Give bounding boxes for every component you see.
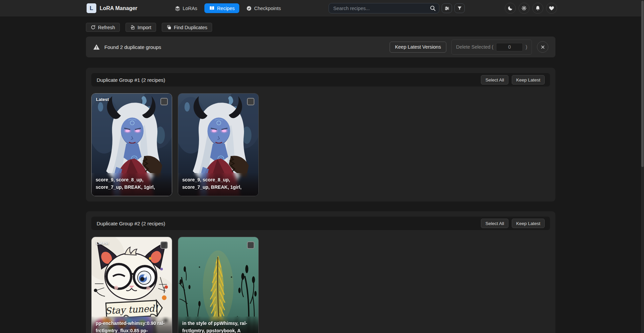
layers-icon [175, 6, 180, 11]
find-duplicates-label: Find Duplicates [174, 25, 207, 30]
check-circle-icon [246, 6, 252, 11]
recipe-card[interactable]: score_9, score_8_up, score_7_up, BREAK, … [178, 93, 259, 196]
recipe-select-checkbox[interactable] [247, 241, 254, 249]
main-content: Refresh Import Find Duplicates Found 2 d… [86, 23, 555, 333]
refresh-button[interactable]: Refresh [86, 23, 120, 32]
alert-message-wrap: Found 2 duplicate groups [93, 44, 161, 51]
group-title: Duplicate Group #1 (2 recipes) [97, 77, 165, 83]
duplicate-icon [166, 25, 171, 30]
recipe-select-checkbox[interactable] [160, 98, 168, 105]
caption-line: score_7_up, BREAK, 1girl, [96, 183, 168, 191]
dismiss-alert-button[interactable] [537, 41, 548, 53]
sliders-icon [444, 6, 450, 11]
duplicate-group-1: Duplicate Group #1 (2 recipes) Select Al… [86, 68, 555, 202]
top-navbar: L LoRA Manager LoRAs Recipes Checkpoints [0, 0, 644, 16]
group-actions: Select All Keep Latest [481, 75, 545, 85]
delete-selected-count-input[interactable] [496, 43, 523, 51]
moon-icon [507, 5, 513, 11]
delete-selected-suffix: ) [526, 44, 527, 50]
app-logo: L [87, 3, 96, 13]
find-duplicates-button[interactable]: Find Duplicates [162, 23, 212, 32]
search-input[interactable] [329, 3, 439, 13]
caption-line: score_7_up, BREAK, 1girl, [182, 183, 254, 191]
duplicate-group-2: Duplicate Group #2 (2 recipes) Select Al… [86, 211, 555, 333]
recipe-caption: pp-enchanted-whimsy:0.90 ral- frctlgmtry… [92, 317, 172, 333]
search-settings-button[interactable] [442, 3, 452, 13]
nav-tab-label: Checkpoints [254, 6, 281, 11]
toolbar: Refresh Import Find Duplicates [86, 23, 555, 32]
open-book-icon [209, 5, 215, 11]
recipe-caption: score_9, score_8_up, score_7_up, BREAK, … [92, 173, 172, 196]
app-title: LoRA Manager [100, 5, 137, 11]
gear-icon [521, 5, 527, 11]
group-title: Duplicate Group #2 (2 recipes) [97, 221, 165, 226]
brand: L LoRA Manager [87, 3, 137, 13]
search-icon[interactable] [430, 5, 436, 11]
warning-icon [93, 44, 100, 51]
latest-badge: Latest [96, 97, 109, 102]
theme-toggle-button[interactable] [505, 3, 516, 14]
caption-line: in the style of ppWhimsy, ral- [182, 320, 254, 327]
alert-actions: Keep Latest Versions Delete Selected ( ) [390, 40, 548, 55]
delete-selected-label: Delete Selected ( [456, 44, 493, 50]
group-header: Duplicate Group #1 (2 recipes) Select Al… [91, 73, 550, 87]
recipe-caption: in the style of ppWhimsy, ral- frctlgmtr… [178, 317, 258, 333]
recipe-caption: score_9, score_8_up, score_7_up, BREAK, … [178, 173, 258, 196]
duplicates-alert-banner: Found 2 duplicate groups Keep Latest Ver… [86, 37, 555, 57]
group-header: Duplicate Group #2 (2 recipes) Select Al… [91, 217, 550, 230]
group-actions: Select All Keep Latest [481, 219, 545, 228]
nav-tab-loras[interactable]: LoRAs [175, 6, 197, 11]
alert-message: Found 2 duplicate groups [104, 44, 161, 50]
nav-tab-label: Recipes [217, 6, 235, 11]
import-icon [130, 25, 135, 30]
recipe-card[interactable]: Latest score_9, score_8_up, score_7_up, … [91, 93, 172, 196]
page-scrollbar[interactable] [641, 0, 644, 333]
scrollbar-thumb[interactable] [641, 1, 644, 167]
nav-tab-checkpoints[interactable]: Checkpoints [246, 6, 281, 11]
select-all-button[interactable]: Select All [481, 219, 508, 228]
close-icon [540, 45, 545, 50]
support-button[interactable] [546, 3, 557, 14]
funnel-icon [457, 6, 462, 11]
keep-latest-button[interactable]: Keep Latest [512, 75, 545, 85]
search-option-buttons [442, 3, 465, 13]
import-label: Import [138, 25, 151, 30]
refresh-label: Refresh [98, 25, 115, 30]
nav-tab-recipes[interactable]: Recipes [204, 3, 239, 13]
recipe-select-checkbox[interactable] [247, 98, 254, 105]
keep-latest-versions-button[interactable]: Keep Latest Versions [390, 42, 446, 53]
caption-line: score_9, score_8_up, [182, 176, 254, 183]
search-bar [329, 3, 439, 13]
heart-icon [549, 5, 554, 11]
recipe-card[interactable]: Latest pp-enchanted-whimsy:0.90 ral- frc… [91, 237, 172, 333]
caption-line: frctlgmtry, ppstorybook, A [182, 327, 254, 333]
select-all-button[interactable]: Select All [481, 75, 508, 85]
keep-latest-button[interactable]: Keep Latest [512, 219, 545, 228]
refresh-icon [91, 25, 96, 30]
navbar-icon-buttons [505, 3, 557, 14]
import-button[interactable]: Import [126, 23, 156, 32]
caption-line: pp-enchanted-whimsy:0.90 ral- [96, 320, 168, 327]
recipe-select-checkbox[interactable] [160, 241, 168, 249]
delete-selected-group[interactable]: Delete Selected ( ) [451, 40, 532, 55]
caption-line: score_9, score_8_up, [96, 176, 168, 183]
bell-icon [535, 5, 541, 11]
caption-line: frctlgmtry_flux:0.85 pp- [96, 327, 168, 333]
latest-badge: Latest [96, 240, 109, 245]
notifications-button[interactable] [532, 3, 543, 14]
settings-button[interactable] [518, 3, 530, 14]
group-cards: Latest score_9, score_8_up, score_7_up, … [91, 93, 550, 196]
main-nav: LoRAs Recipes Checkpoints [175, 3, 281, 13]
group-cards: Latest pp-enchanted-whimsy:0.90 ral- frc… [91, 237, 550, 333]
nav-tab-label: LoRAs [183, 6, 197, 11]
recipe-card[interactable]: in the style of ppWhimsy, ral- frctlgmtr… [178, 237, 259, 333]
filter-button[interactable] [454, 3, 465, 13]
